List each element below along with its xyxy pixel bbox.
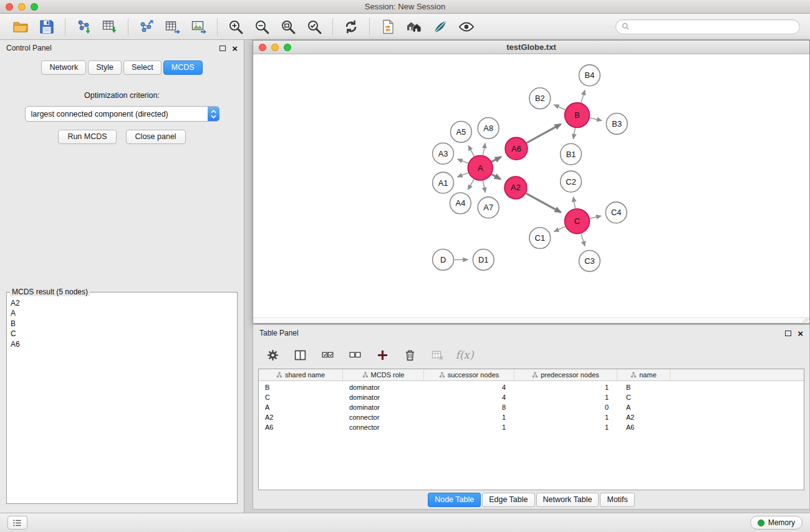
network-minimize-button[interactable] [271,44,279,51]
table-panel-close-button[interactable]: × [798,329,803,338]
node-A5[interactable]: A5 [451,121,472,142]
node-C1[interactable]: C1 [529,228,551,249]
node-A3[interactable]: A3 [433,143,454,164]
edge-B-B2[interactable] [554,105,566,110]
edge-A-A4[interactable] [468,179,474,190]
table-panel-float-button[interactable] [785,331,791,336]
column-header-shared-name[interactable]: shared name [259,369,343,380]
import-network-button[interactable] [73,16,94,37]
zoom-in-button[interactable] [225,16,246,37]
node-C4[interactable]: C4 [605,202,627,223]
control-panel-float-button[interactable] [219,46,226,51]
edge-C-C4[interactable] [590,216,601,218]
show-columns-button[interactable] [292,347,308,363]
minimize-button[interactable] [18,3,26,11]
node-C2[interactable]: C2 [561,171,582,192]
export-table-button[interactable] [162,16,183,37]
resize-grip-icon[interactable] [802,317,809,322]
save-session-button[interactable] [36,16,57,37]
status-list-button[interactable] [7,516,27,530]
tab-network-table[interactable]: Network Table [536,493,599,507]
edge-A-A3[interactable] [458,159,468,163]
tab-mcds[interactable]: MCDS [163,60,203,75]
zoom-button[interactable] [31,3,38,11]
mcds-result-item[interactable]: A2 [11,298,237,308]
open-file-button[interactable] [10,16,31,37]
edge-A-A2[interactable] [491,174,500,179]
run-mcds-button[interactable]: Run MCDS [58,130,116,144]
table-row[interactable]: Cdominator41C [259,392,804,402]
node-A2[interactable]: A2 [504,177,527,199]
node-A6[interactable]: A6 [505,137,528,160]
network-canvas[interactable]: B4B2BB3A5A8A6A3B1AC2A1A2A4A7C4CC1DD1C3 [253,54,809,317]
edge-B-B1[interactable] [573,128,575,139]
hide-columns-button[interactable] [347,347,363,363]
select-all-columns-button[interactable] [319,347,335,363]
node-A8[interactable]: A8 [478,118,499,139]
node-D[interactable]: D [433,249,454,271]
node-A4[interactable]: A4 [450,193,471,214]
mcds-result-item[interactable]: B [11,319,237,329]
edge-A-A7[interactable] [483,181,485,193]
search-box[interactable] [615,19,800,34]
edge-C-C1[interactable] [554,226,566,231]
tab-node-table[interactable]: Node Table [428,493,481,507]
column-header-successor-nodes[interactable]: successor nodes [424,369,514,380]
cybrowser-button[interactable] [403,16,425,37]
edge-A-A5[interactable] [468,145,474,156]
node-B4[interactable]: B4 [579,65,600,86]
tab-network[interactable]: Network [41,60,86,75]
search-input[interactable] [633,22,794,31]
vizmapper-button[interactable] [430,16,451,37]
node-B2[interactable]: B2 [529,88,551,109]
edge-A2-C[interactable] [526,193,561,212]
edge-B-B4[interactable] [581,90,585,103]
function-builder-button[interactable]: f(x) [456,347,473,363]
delete-columns-button[interactable] [402,347,418,363]
optimization-criterion-select[interactable]: largest connected component (directed) [25,106,219,122]
table-row[interactable]: A2connector11A2 [259,412,804,422]
edge-C-C3[interactable] [581,234,585,246]
export-image-button[interactable] [188,16,210,37]
close-button[interactable] [6,3,13,11]
column-header-predecessor-nodes[interactable]: predecessor nodes [514,369,617,380]
node-B1[interactable]: B1 [561,143,582,165]
column-header-name[interactable]: name [617,369,670,380]
edge-A-A6[interactable] [492,157,501,162]
tab-style[interactable]: Style [88,60,122,75]
table-row[interactable]: Bdominator41B [259,382,804,392]
network-zoom-button[interactable] [284,44,291,51]
apply-layout-button[interactable] [340,16,362,37]
memory-button[interactable]: Memory [750,516,803,530]
tab-select[interactable]: Select [123,60,162,75]
node-B[interactable]: B [565,103,590,128]
node-A7[interactable]: A7 [478,197,499,218]
zoom-out-button[interactable] [251,16,272,37]
node-D1[interactable]: D1 [473,249,494,271]
node-C3[interactable]: C3 [579,251,600,272]
edge-A-A8[interactable] [483,143,485,155]
import-ndex-button[interactable] [377,16,398,37]
close-panel-button[interactable]: Close panel [126,130,186,144]
zoom-fit-button[interactable] [277,16,299,37]
edge-A6-B[interactable] [527,124,561,143]
node-A[interactable]: A [468,155,493,180]
node-B3[interactable]: B3 [606,114,627,135]
import-table-button[interactable] [99,16,120,37]
export-network-button[interactable] [136,16,157,37]
network-graph[interactable]: B4B2BB3A5A8A6A3B1AC2A1A2A4A7C4CC1DD1C3 [253,54,809,317]
column-header-mcds-role[interactable]: MCDS role [343,369,424,380]
settings-button[interactable] [264,347,281,363]
network-scrollbar[interactable] [253,317,809,323]
edge-A-A1[interactable] [458,173,468,177]
create-column-button[interactable] [374,347,390,363]
mcds-result-item[interactable]: C [11,329,237,339]
zoom-selected-button[interactable] [304,16,325,37]
edge-C-C2[interactable] [573,197,575,209]
node-C[interactable]: C [565,209,590,234]
control-panel-close-button[interactable]: × [232,44,238,53]
network-close-button[interactable] [259,44,266,51]
mcds-result-item[interactable]: A6 [11,339,237,349]
table-row[interactable]: Adominator80A [259,402,804,412]
edge-B-B3[interactable] [590,118,602,120]
